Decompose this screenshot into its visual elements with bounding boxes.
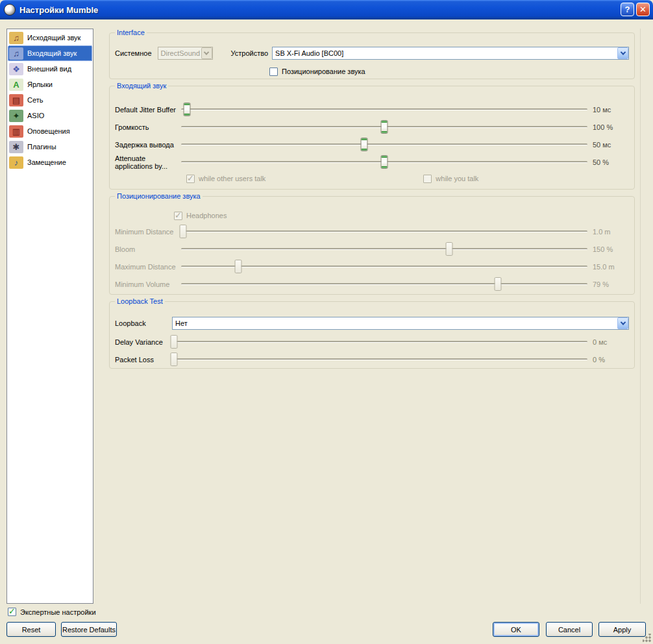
- slider-thumb[interactable]: [171, 353, 178, 366]
- restore-defaults-button[interactable]: Restore Defaults: [61, 622, 117, 637]
- slider-row: Громкость 100 %: [115, 118, 629, 136]
- slider-value: 10 мс: [593, 106, 629, 114]
- settings-window: Настройки Mumble ? ✕ ♫ Исходящий звук ♫ …: [0, 0, 653, 644]
- slider-label: Громкость: [115, 123, 177, 131]
- sidebar-item-0[interactable]: ♫ Исходящий звук: [8, 30, 92, 45]
- slider-track[interactable]: [181, 120, 587, 134]
- slider-label: Bloom: [115, 245, 177, 253]
- slider-track[interactable]: [181, 242, 587, 256]
- slider-label: Attenuate applications by...: [115, 155, 177, 170]
- slider-label: Default Jitter Buffer: [115, 106, 177, 114]
- slider-value: 150 %: [593, 245, 629, 253]
- checkbox-box: [423, 175, 432, 183]
- asio-icon: ✦: [9, 110, 23, 122]
- loopback-group-title: Loopback Test: [115, 297, 165, 305]
- slider-track[interactable]: [181, 155, 587, 169]
- settings-category-list: ♫ Исходящий звук ♫ Входящий звук ❖ Внешн…: [6, 29, 93, 604]
- while-other-users-talk-checkbox: while other users talk: [186, 175, 265, 183]
- slider-label: Packet Loss: [115, 356, 168, 364]
- slider-thumb[interactable]: [446, 242, 453, 256]
- slider-thumb[interactable]: [381, 120, 388, 134]
- slider-row: Bloom 150 %: [115, 240, 629, 258]
- chevron-down-icon[interactable]: [617, 317, 628, 329]
- slider-value: 50 мс: [593, 141, 629, 149]
- slider-row: Задержка вывода 50 мс: [115, 136, 629, 153]
- system-label: Системное: [115, 49, 152, 57]
- reset-button[interactable]: Reset: [6, 622, 56, 637]
- sidebar-item-4[interactable]: ▤ Сеть: [8, 92, 92, 108]
- slider-row: Maximum Distance 15.0 m: [115, 258, 629, 275]
- slider-value: 0 мс: [593, 338, 629, 346]
- resize-grip-icon[interactable]: [643, 634, 651, 642]
- overlay-icon: ♪: [9, 156, 23, 169]
- sidebar-item-2[interactable]: ❖ Внешний вид: [8, 61, 92, 77]
- slider-track[interactable]: [181, 260, 587, 273]
- incoming-audio-group: Входящий звук Default Jitter Buffer 10 м…: [109, 86, 635, 190]
- device-label: Устройство: [231, 49, 269, 57]
- sidebar-item-8[interactable]: ♪ Замещение: [8, 155, 92, 170]
- slider-track[interactable]: [181, 225, 587, 238]
- slider-thumb[interactable]: [180, 225, 187, 238]
- plugins-icon: ✱: [9, 141, 23, 153]
- expert-settings-checkbox[interactable]: Экспертные настройки: [8, 608, 96, 616]
- slider-label: Minimum Distance: [115, 228, 177, 236]
- notifications-icon: ▥: [9, 125, 23, 138]
- device-combobox[interactable]: SB X-Fi Audio [BC00]: [272, 47, 629, 60]
- appearance-icon: ❖: [9, 63, 23, 75]
- slider-track[interactable]: [172, 335, 587, 349]
- checkbox-box[interactable]: [269, 68, 278, 76]
- checkbox-box[interactable]: [8, 608, 16, 616]
- chevron-down-icon: [201, 47, 212, 59]
- settings-panel: Interface Системное DirectSound Устройст…: [109, 32, 635, 375]
- slider-thumb[interactable]: [184, 103, 191, 116]
- slider-row: Minimum Volume 79 %: [115, 275, 629, 293]
- chevron-down-icon[interactable]: [617, 47, 628, 59]
- slider-row: Packet Loss 0 %: [115, 351, 629, 368]
- titlebar[interactable]: Настройки Mumble ? ✕: [0, 0, 653, 19]
- positional-audio-checkbox[interactable]: Позиционирование звука: [269, 68, 365, 76]
- slider-row: Attenuate applications by... 50 %: [115, 153, 629, 171]
- sidebar-item-5[interactable]: ✦ ASIO: [8, 108, 92, 123]
- sidebar-item-3[interactable]: A Ярлыки: [8, 77, 92, 92]
- cancel-button[interactable]: Cancel: [546, 622, 593, 637]
- outgoing-audio-icon: ♫: [9, 32, 23, 44]
- slider-thumb[interactable]: [171, 335, 178, 349]
- incoming-group-title: Входящий звук: [115, 82, 168, 90]
- slider-row: Minimum Distance 1.0 m: [115, 223, 629, 240]
- slider-thumb[interactable]: [360, 138, 367, 151]
- positional-audio-group: Позиционирование звука Headphones Minimu…: [109, 196, 635, 295]
- slider-track[interactable]: [172, 353, 587, 366]
- apply-button[interactable]: Apply: [598, 622, 646, 637]
- close-button[interactable]: ✕: [636, 3, 650, 16]
- system-combobox: DirectSound: [158, 47, 213, 60]
- slider-value: 50 %: [593, 158, 629, 166]
- slider-track[interactable]: [181, 103, 587, 116]
- sidebar-item-6[interactable]: ▥ Оповещения: [8, 123, 92, 139]
- slider-row: Delay Variance 0 мс: [115, 333, 629, 351]
- slider-thumb[interactable]: [495, 277, 502, 291]
- slider-label: Minimum Volume: [115, 280, 177, 288]
- interface-group: Interface Системное DirectSound Устройст…: [109, 32, 635, 79]
- sidebar-item-7[interactable]: ✱ Плагины: [8, 139, 92, 155]
- network-icon: ▤: [9, 94, 23, 106]
- slider-label: Maximum Distance: [115, 263, 177, 271]
- checkbox-box: [174, 212, 182, 220]
- interface-group-title: Interface: [115, 29, 147, 36]
- slider-value: 79 %: [593, 280, 629, 288]
- slider-track[interactable]: [181, 138, 587, 151]
- slider-value: 100 %: [593, 123, 629, 131]
- help-button[interactable]: ?: [621, 3, 634, 16]
- slider-thumb[interactable]: [234, 260, 241, 273]
- while-you-talk-checkbox: while you talk: [423, 175, 478, 183]
- slider-value: 0 %: [593, 356, 629, 364]
- headphones-checkbox: Headphones: [174, 212, 227, 220]
- ok-button[interactable]: OK: [493, 622, 539, 637]
- slider-thumb[interactable]: [381, 155, 388, 169]
- shortcuts-icon: A: [9, 79, 23, 91]
- slider-track[interactable]: [181, 277, 587, 291]
- loopback-test-group: Loopback Test Loopback Нет Delay Varianc…: [109, 301, 635, 369]
- sidebar-item-1[interactable]: ♫ Входящий звук: [8, 45, 92, 61]
- loopback-combobox[interactable]: Нет: [172, 317, 629, 330]
- slider-label: Delay Variance: [115, 338, 168, 346]
- slider-row: Default Jitter Buffer 10 мс: [115, 101, 629, 118]
